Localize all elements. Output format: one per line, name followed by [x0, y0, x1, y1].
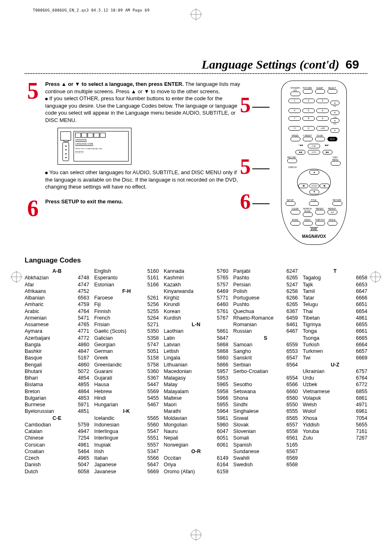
codes-column: Kannada5760Kashmiri5765Kazakh5757Kinyarw…: [164, 268, 228, 475]
language-name: Nepali: [164, 435, 178, 441]
num-4-button: 4: [288, 108, 301, 113]
mute-button: MUTE: [327, 137, 337, 141]
code-row: Slovak6557: [233, 421, 298, 428]
discmenu-button: [331, 161, 341, 166]
language-name: Latin: [164, 335, 175, 341]
btn-label: DISC MENU: [331, 156, 340, 161]
language-code: 4847: [76, 348, 89, 355]
code-row: Tibetan4861: [303, 315, 367, 321]
language-name: Tigrinya: [303, 321, 321, 328]
code-row: Sundanese6567: [233, 448, 298, 455]
code-row: Dutch6058: [25, 468, 89, 475]
language-name: Tibetan: [303, 315, 320, 321]
code-row: Sangho6553: [233, 348, 298, 355]
code-row: Icelandic5565: [94, 415, 159, 421]
dvd-logo: DVD: [310, 227, 318, 231]
language-name: Azerbaijani: [25, 335, 50, 341]
code-row: Samoan6559: [233, 341, 298, 348]
side-label: ▼: [330, 126, 339, 133]
language-name: Vietnamese: [303, 388, 330, 395]
code-row: Xhosa7054: [303, 415, 367, 421]
language-name: Russian: [233, 328, 252, 334]
language-name: Nauru: [164, 428, 178, 435]
language-name: Finnish: [94, 308, 111, 315]
language-name: Czech: [25, 455, 39, 461]
language-code: 5047: [76, 461, 89, 468]
code-row: Chinese7254: [25, 435, 89, 441]
code-row: Finnish5255: [94, 308, 159, 315]
language-name: Hausa: [94, 381, 109, 388]
osd-language-label: LANGUAGE: [75, 138, 87, 142]
language-code: 6651: [354, 301, 367, 308]
language-name: Sundanese: [233, 448, 259, 455]
language-code: 6460: [215, 301, 228, 308]
language-name: Bislama: [25, 381, 43, 388]
codes-group-header: O-R: [164, 448, 228, 455]
code-row: Hausa5447: [94, 381, 159, 388]
language-name: Tonga: [303, 328, 317, 334]
code-row: Irish5347: [94, 448, 159, 455]
nav-right: ▶: [320, 184, 330, 188]
language-name: Kannada: [164, 268, 184, 274]
code-row: Ukrainian6757: [303, 368, 367, 375]
code-row: Bislama4855: [25, 381, 89, 388]
language-name: Panjabi: [233, 268, 251, 274]
language-code: 6547: [285, 355, 298, 361]
language-name: Serbian: [233, 362, 251, 368]
language-code: 6563: [76, 295, 89, 301]
language-name: Dutch: [25, 468, 38, 475]
language-name: Lingala: [164, 355, 180, 361]
language-code: 4759: [76, 301, 89, 308]
code-row: Hebrew5569: [94, 388, 159, 395]
language-name: Slovak: [233, 421, 249, 428]
btn-label: CLEAR: [291, 207, 300, 210]
language-name: Tsonga: [303, 335, 319, 341]
language-code: 6657: [354, 348, 367, 355]
language-code: 5758: [146, 362, 159, 368]
language-code: 7054: [354, 415, 367, 421]
btn-label: AUDIO: [303, 219, 312, 221]
code-row: Norwegian6061: [164, 442, 228, 448]
language-name: Mongolian: [164, 421, 187, 428]
btn-label: C.RESET: [303, 134, 312, 137]
language-code: 6051: [215, 435, 228, 441]
language-name: Interlingue: [94, 435, 118, 441]
language-name: Bengali: [25, 362, 42, 368]
code-row: Sanskrit6547: [233, 355, 298, 361]
language-code: 5160: [146, 268, 159, 274]
language-code: 5655: [354, 421, 367, 428]
language-code: 5255: [146, 308, 159, 315]
btn-label: SUBTITLE: [315, 219, 324, 221]
code-row: Volapuk6861: [303, 395, 367, 401]
code-row: Rhaeto-Romance6459: [233, 315, 298, 321]
language-code: 6669: [354, 355, 367, 361]
language-code: 5271: [146, 321, 159, 328]
code-row: Kinyarwanda6469: [164, 288, 228, 295]
language-code: 5866: [215, 362, 228, 368]
language-code: 6568: [285, 461, 298, 468]
code-row: 6554: [233, 375, 298, 381]
language-code: 5471: [76, 315, 89, 321]
language-name: Icelandic: [94, 415, 114, 421]
language-code: 5565: [146, 415, 159, 421]
language-code: 5455: [146, 395, 159, 401]
codes-group-header: U-Z: [303, 362, 367, 368]
language-code: 5166: [146, 281, 159, 288]
language-code: 5647: [146, 461, 159, 468]
language-name: Estonian: [94, 281, 114, 288]
code-row: Persian5247: [233, 281, 298, 288]
language-name: Galician: [94, 335, 113, 341]
code-row: Bashkir4847: [25, 348, 89, 355]
btn-label: REPEAT: [315, 207, 324, 210]
num-0-button: 0: [302, 126, 315, 131]
code-row: Azerbaijani4772: [25, 335, 89, 341]
audio-button: [303, 221, 313, 226]
code-row: Kazakh5757: [164, 281, 228, 288]
step-6-number: 6: [25, 198, 41, 219]
language-name: Tamil: [303, 288, 315, 295]
searchmode-button: [303, 212, 313, 217]
code-row: Wolof6961: [303, 408, 367, 415]
language-name: Gaelic (Scots): [94, 328, 127, 334]
repeat-button: [315, 210, 325, 214]
language-name: Japanese: [94, 461, 116, 468]
